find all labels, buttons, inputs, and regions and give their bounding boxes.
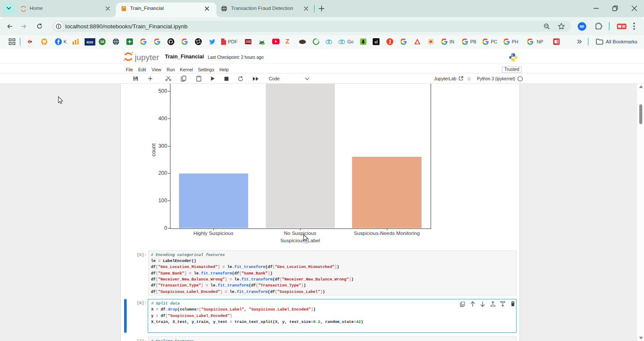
svg-text:IEEE: IEEE <box>87 41 94 44</box>
svg-text:cl: cl <box>374 40 377 44</box>
svg-text:16: 16 <box>100 40 104 44</box>
